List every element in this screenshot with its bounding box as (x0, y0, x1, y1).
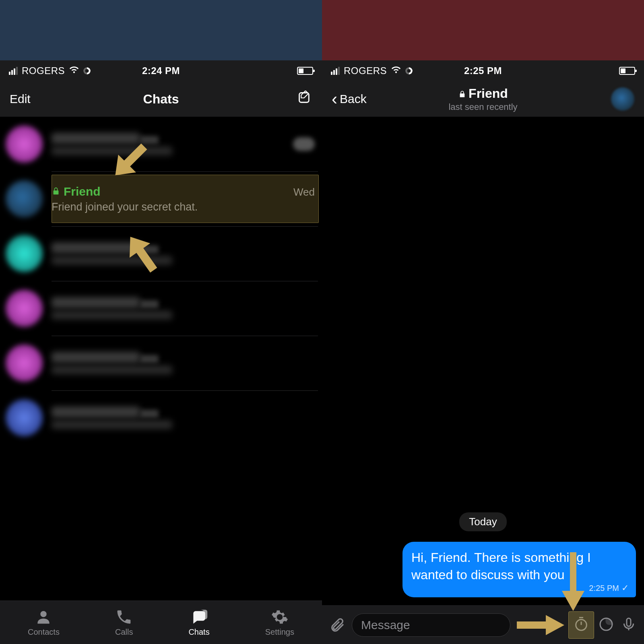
tab-settings[interactable]: Settings (265, 608, 294, 637)
message-placeholder: Message (361, 618, 410, 632)
battery-icon (619, 67, 635, 75)
self-destruct-timer-button[interactable] (571, 614, 592, 636)
mic-icon (621, 616, 637, 632)
banner-right (322, 0, 644, 60)
back-button[interactable]: ‹ Back (332, 91, 367, 107)
lock-icon (458, 86, 466, 101)
top-banner (0, 0, 644, 60)
chat-name: Friend (52, 185, 101, 198)
tab-bar: Contacts Calls Chats Settings (0, 601, 322, 644)
svg-point-1 (41, 611, 47, 617)
status-bar: ROGERS 2:24 PM (0, 60, 322, 81)
tab-label: Settings (265, 627, 294, 637)
navbar-chats: Edit Chats (0, 81, 322, 117)
signal-bars-icon (9, 67, 18, 75)
tab-calls[interactable]: Calls (115, 608, 133, 637)
avatar-icon (6, 399, 43, 436)
chat-row-blurred[interactable] (0, 117, 322, 171)
chat-row-blurred[interactable] (0, 390, 322, 445)
edit-label: Edit (10, 92, 31, 106)
tab-label: Chats (188, 627, 209, 637)
tab-chats[interactable]: Chats (188, 608, 209, 637)
signal-bars-icon (331, 67, 340, 75)
message-bubble-outgoing[interactable]: Hi, Friend. There is something I wanted … (402, 542, 636, 597)
carrier-name: ROGERS (344, 65, 387, 76)
status-time: 2:25 PM (464, 65, 502, 76)
unread-badge (293, 137, 315, 151)
chat-row-blurred[interactable] (0, 281, 322, 336)
chat-header[interactable]: Friend last seen recently (448, 86, 517, 112)
sticker-button[interactable] (598, 616, 614, 634)
banner-left (0, 0, 322, 60)
chat-avatar[interactable] (611, 87, 634, 111)
back-label: Back (340, 92, 367, 106)
chat-name-text: Friend (64, 185, 101, 198)
annotation-arrow-right-icon (517, 613, 564, 637)
svg-rect-4 (627, 618, 631, 626)
avatar-icon (6, 180, 43, 217)
status-bar: ROGERS 2:25 PM (322, 60, 644, 81)
mic-button[interactable] (621, 616, 637, 634)
chat-list[interactable]: Friend Wed Friend joined your secret cha… (0, 117, 322, 601)
chat-title: Friend (469, 86, 508, 101)
annotation-highlight (568, 611, 594, 639)
edit-button[interactable]: Edit (10, 92, 31, 106)
status-carrier: ROGERS (9, 64, 91, 77)
tab-label: Calls (115, 627, 133, 637)
carrier-name: ROGERS (22, 65, 65, 76)
chevron-left-icon: ‹ (332, 91, 337, 107)
chat-date: Wed (293, 186, 315, 198)
loading-spinner-icon (405, 67, 413, 74)
conversation-body[interactable]: Today Hi, Friend. There is something I w… (322, 117, 644, 605)
status-carrier: ROGERS (331, 64, 413, 77)
wifi-icon (69, 64, 79, 77)
status-time: 2:24 PM (142, 65, 180, 76)
screen-chats-list: ROGERS 2:24 PM Edit Chats (0, 60, 322, 644)
screen-conversation: ROGERS 2:25 PM ‹ Back (322, 60, 644, 644)
chat-row-blurred[interactable] (0, 226, 322, 281)
battery-icon (297, 67, 313, 75)
tab-contacts[interactable]: Contacts (28, 608, 60, 637)
lock-icon (52, 185, 60, 198)
tutorial-composite: ROGERS 2:24 PM Edit Chats (0, 0, 644, 644)
message-input[interactable]: Message (352, 613, 510, 637)
tab-label: Contacts (28, 627, 60, 637)
message-meta: 2:25 PM ✓ (589, 582, 629, 594)
sent-check-icon: ✓ (621, 582, 629, 594)
avatar-icon (6, 345, 43, 382)
date-separator: Today (459, 512, 506, 531)
loading-spinner-icon (83, 67, 91, 74)
avatar-icon (6, 290, 43, 327)
chat-preview: Friend joined your secret chat. (52, 201, 315, 213)
message-input-bar: Message (322, 605, 644, 644)
message-time: 2:25 PM (589, 583, 619, 594)
chat-subtitle: last seen recently (448, 102, 517, 112)
screens-row: ROGERS 2:24 PM Edit Chats (0, 60, 644, 644)
attach-button[interactable] (329, 616, 345, 634)
sticker-icon (598, 616, 614, 632)
avatar-icon (6, 126, 43, 163)
wifi-icon (391, 64, 401, 77)
message-text: Hi, Friend. There is something I wanted … (411, 550, 591, 582)
page-title: Chats (143, 92, 179, 107)
compose-button[interactable] (297, 91, 312, 107)
secret-chat-row[interactable]: Friend Wed Friend joined your secret cha… (0, 171, 322, 226)
chat-row-blurred[interactable] (0, 336, 322, 390)
avatar-icon (6, 235, 43, 272)
navbar-chat: ‹ Back Friend last seen recently (322, 81, 644, 117)
